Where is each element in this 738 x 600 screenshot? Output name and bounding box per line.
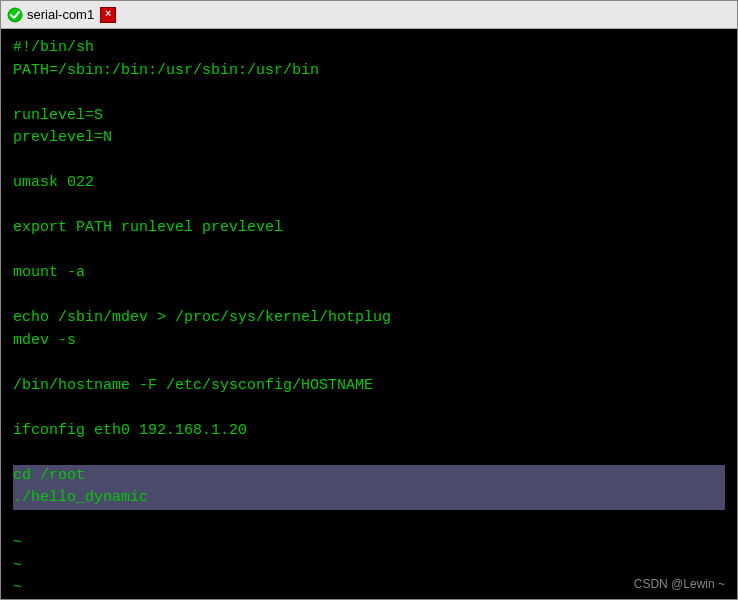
code-line-blank-1	[13, 82, 725, 105]
watermark: CSDN @Lewin ~	[634, 577, 725, 591]
checkmark-icon	[7, 7, 23, 23]
code-line-7: mount -a	[13, 262, 725, 285]
tilde-1: ~	[13, 532, 725, 555]
title-bar: serial-com1 ×	[1, 1, 737, 29]
code-line-blank-7	[13, 397, 725, 420]
code-line-11: ifconfig eth0 192.168.1.20	[13, 420, 725, 443]
code-line-blank-3	[13, 195, 725, 218]
code-line-12-highlight: cd /root	[13, 465, 725, 488]
code-line-blank-4	[13, 240, 725, 263]
code-line-blank-5	[13, 285, 725, 308]
terminal-content: #!/bin/shPATH=/sbin:/bin:/usr/sbin:/usr/…	[13, 37, 725, 599]
terminal-area: #!/bin/shPATH=/sbin:/bin:/usr/sbin:/usr/…	[1, 29, 737, 599]
tilde-2: ~	[13, 555, 725, 578]
code-line-6: export PATH runlevel prevlevel	[13, 217, 725, 240]
title-text: serial-com1	[27, 7, 94, 22]
code-line-8: echo /sbin/mdev > /proc/sys/kernel/hotpl…	[13, 307, 725, 330]
code-line-1: #!/bin/sh	[13, 37, 725, 60]
code-line-blank-9	[13, 510, 725, 533]
code-line-3: runlevel=S	[13, 105, 725, 128]
code-line-blank-8	[13, 442, 725, 465]
code-line-blank-2	[13, 150, 725, 173]
code-line-10: /bin/hostname -F /etc/sysconfig/HOSTNAME	[13, 375, 725, 398]
code-line-5: umask 022	[13, 172, 725, 195]
title-icon-group: serial-com1	[7, 7, 94, 23]
code-line-13-highlight: ./hello_dynamic	[13, 487, 725, 510]
close-button[interactable]: ×	[100, 7, 116, 23]
code-line-4: prevlevel=N	[13, 127, 725, 150]
code-line-blank-6	[13, 352, 725, 375]
main-window: serial-com1 × #!/bin/shPATH=/sbin:/bin:/…	[0, 0, 738, 600]
code-line-2: PATH=/sbin:/bin:/usr/sbin:/usr/bin	[13, 60, 725, 83]
tilde-3: ~	[13, 577, 725, 599]
code-line-9: mdev -s	[13, 330, 725, 353]
